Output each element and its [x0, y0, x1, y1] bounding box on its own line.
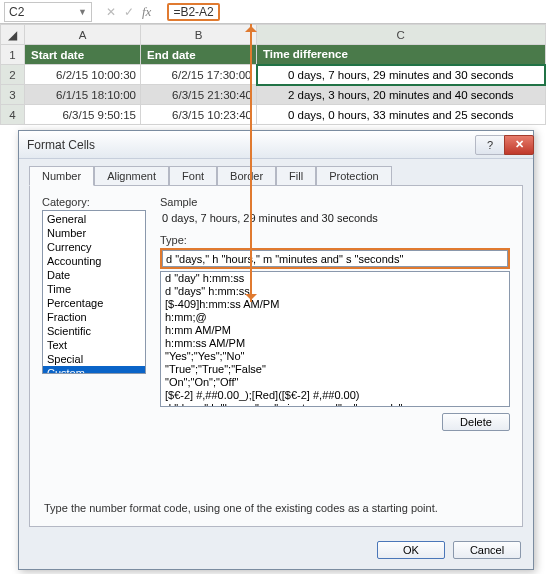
list-item[interactable]: Date [43, 268, 145, 282]
format-cells-dialog: Format Cells ? ✕ Number Alignment Font B… [18, 130, 534, 570]
formula-value: =B2-A2 [167, 3, 219, 21]
list-item[interactable]: d "days" h:mm:ss [161, 285, 509, 298]
list-item[interactable]: Special [43, 352, 145, 366]
cell[interactable]: 6/3/15 9:50:15 [25, 105, 141, 125]
sample-value: 0 days, 7 hours, 29 minutes and 30 secon… [160, 210, 510, 234]
tab-alignment[interactable]: Alignment [94, 166, 169, 186]
list-item[interactable]: "Yes";"Yes";"No" [161, 350, 509, 363]
col-header[interactable]: C [257, 25, 546, 45]
select-all-cell[interactable]: ◢ [1, 25, 25, 45]
chevron-down-icon[interactable]: ▼ [78, 7, 87, 17]
list-item[interactable]: [$€-2] #,##0.00_);[Red]([$€-2] #,##0.00) [161, 389, 509, 402]
active-cell[interactable]: 0 days, 7 hours, 29 minutes and 30 secon… [257, 65, 546, 85]
spreadsheet-grid[interactable]: ◢ A B C 1 Start date End date Time diffe… [0, 24, 546, 125]
col-header[interactable]: B [141, 25, 257, 45]
cell[interactable]: 0 days, 0 hours, 33 minutes and 25 secon… [257, 105, 546, 125]
cell[interactable]: 6/2/15 10:00:30 [25, 65, 141, 85]
list-item[interactable]: Scientific [43, 324, 145, 338]
formula-bar: C2 ▼ ✕ ✓ fx =B2-A2 [0, 0, 546, 24]
list-item[interactable]: d "day" h:mm:ss [161, 272, 509, 285]
formula-bar-icons: ✕ ✓ fx [98, 4, 159, 20]
list-item[interactable]: Accounting [43, 254, 145, 268]
header-cell[interactable]: Time difference [257, 45, 546, 65]
cell[interactable]: 6/1/15 18:10:00 [25, 85, 141, 105]
cancel-icon[interactable]: ✕ [106, 5, 116, 19]
cancel-button[interactable]: Cancel [453, 541, 521, 559]
list-item[interactable]: h:mm AM/PM [161, 324, 509, 337]
list-item[interactable]: [$-409]h:mm:ss AM/PM [161, 298, 509, 311]
cell[interactable]: 6/2/15 17:30:00 [141, 65, 257, 85]
dialog-titlebar[interactable]: Format Cells ? ✕ [19, 131, 533, 159]
name-box[interactable]: C2 ▼ [4, 2, 92, 22]
dialog-buttons: OK Cancel [19, 535, 533, 569]
header-cell[interactable]: End date [141, 45, 257, 65]
cell[interactable]: 6/3/15 10:23:40 [141, 105, 257, 125]
name-box-value: C2 [9, 5, 24, 19]
delete-button[interactable]: Delete [442, 413, 510, 431]
list-item[interactable]: Time [43, 282, 145, 296]
header-cell[interactable]: Start date [25, 45, 141, 65]
row-header[interactable]: 2 [1, 65, 25, 85]
type-label: Type: [160, 234, 510, 246]
cell[interactable]: 2 days, 3 hours, 20 minutes and 40 secon… [257, 85, 546, 105]
sample-label: Sample [160, 196, 510, 208]
list-item[interactable]: "On";"On";"Off" [161, 376, 509, 389]
fx-icon[interactable]: fx [142, 4, 151, 20]
list-item[interactable]: d "days," h "hours," m "minutes and" s "… [161, 402, 509, 407]
formula-input[interactable]: =B2-A2 [163, 4, 546, 20]
tab-panel-number: Category: General Number Currency Accoun… [29, 185, 523, 527]
list-item-selected[interactable]: Custom [43, 366, 145, 374]
row-header[interactable]: 3 [1, 85, 25, 105]
format-hint: Type the number format code, using one o… [42, 492, 510, 520]
list-item[interactable]: Currency [43, 240, 145, 254]
category-label: Category: [42, 196, 146, 208]
help-button[interactable]: ? [475, 135, 505, 155]
row-header[interactable]: 1 [1, 45, 25, 65]
tab-font[interactable]: Font [169, 166, 217, 186]
tab-number[interactable]: Number [29, 166, 94, 186]
type-input[interactable] [160, 248, 510, 269]
dialog-tabs: Number Alignment Font Border Fill Protec… [19, 159, 533, 185]
dialog-title: Format Cells [27, 138, 95, 152]
type-listbox[interactable]: d "day" h:mm:ss d "days" h:mm:ss [$-409]… [160, 271, 510, 407]
tab-protection[interactable]: Protection [316, 166, 392, 186]
list-item[interactable]: "True";"True";"False" [161, 363, 509, 376]
titlebar-buttons: ? ✕ [475, 135, 533, 155]
list-item[interactable]: Fraction [43, 310, 145, 324]
category-listbox[interactable]: General Number Currency Accounting Date … [42, 210, 146, 374]
tab-border[interactable]: Border [217, 166, 276, 186]
row-header[interactable]: 4 [1, 105, 25, 125]
close-button[interactable]: ✕ [504, 135, 534, 155]
col-header[interactable]: A [25, 25, 141, 45]
list-item[interactable]: General [43, 212, 145, 226]
list-item[interactable]: h:mm:ss AM/PM [161, 337, 509, 350]
list-item[interactable]: Text [43, 338, 145, 352]
annotation-arrow [250, 24, 252, 302]
tab-fill[interactable]: Fill [276, 166, 316, 186]
cell[interactable]: 6/3/15 21:30:40 [141, 85, 257, 105]
list-item[interactable]: h:mm;@ [161, 311, 509, 324]
enter-icon[interactable]: ✓ [124, 5, 134, 19]
list-item[interactable]: Number [43, 226, 145, 240]
ok-button[interactable]: OK [377, 541, 445, 559]
list-item[interactable]: Percentage [43, 296, 145, 310]
